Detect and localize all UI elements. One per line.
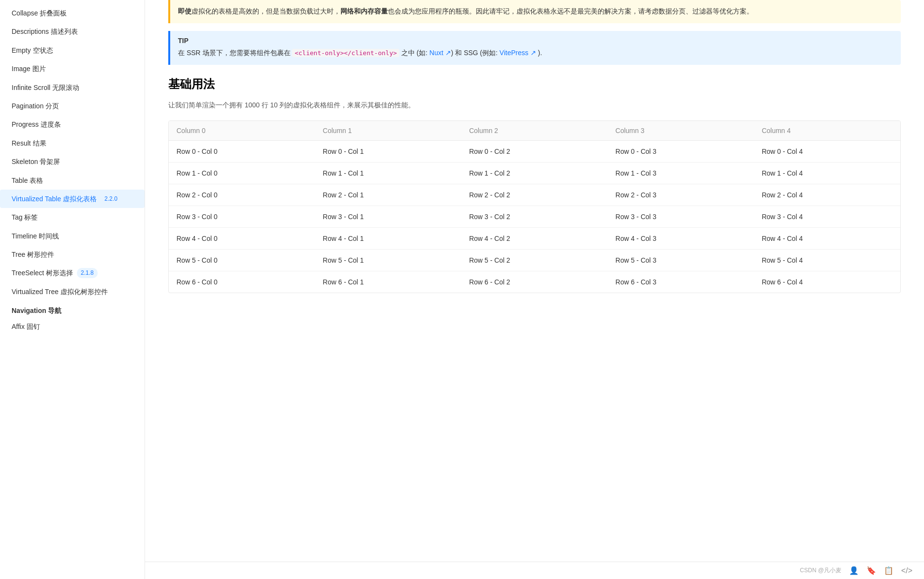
sidebar-item-label: Skeleton 骨架屏 xyxy=(12,156,60,167)
table-header-cell: Column 2 xyxy=(461,121,608,141)
table-cell: Row 5 - Col 4 xyxy=(754,250,900,271)
table-row: Row 1 - Col 0Row 1 - Col 1Row 1 - Col 2R… xyxy=(169,163,900,184)
table-row: Row 3 - Col 0Row 3 - Col 1Row 3 - Col 2R… xyxy=(169,206,900,228)
table-header-cell: Column 4 xyxy=(754,121,900,141)
brand-label: CSDN @凡小麦 xyxy=(800,566,841,575)
nav-sidebar-item-label: Affix 固钉 xyxy=(12,321,40,332)
sidebar-item[interactable]: Table 表格 xyxy=(0,171,145,190)
sidebar-item-label: Descriptions 描述列表 xyxy=(12,26,78,37)
table-cell: Row 2 - Col 4 xyxy=(754,184,900,206)
warning-text: 即使虚拟化的表格是高效的，但是当数据负载过大时，网络和内存容量也会成为您应用程序… xyxy=(178,7,753,15)
sidebar-item-label: Progress 进度条 xyxy=(12,119,61,130)
table-cell: Row 4 - Col 2 xyxy=(461,228,608,250)
table-cell: Row 0 - Col 1 xyxy=(315,141,462,163)
bookmark-icon[interactable]: 🔖 xyxy=(866,566,876,575)
table-cell: Row 3 - Col 0 xyxy=(169,206,315,228)
sidebar-item[interactable]: Tree 树形控件 xyxy=(0,245,145,264)
table-cell: Row 2 - Col 2 xyxy=(461,184,608,206)
sidebar-item-label: Image 图片 xyxy=(12,63,46,74)
table-cell: Row 2 - Col 1 xyxy=(315,184,462,206)
sidebar-item-label: Virtualized Table 虚拟化表格 xyxy=(12,193,97,204)
table-cell: Row 3 - Col 4 xyxy=(754,206,900,228)
nuxt-link[interactable]: Nuxt ↗ xyxy=(429,49,451,57)
sidebar-item-label: Table 表格 xyxy=(12,175,43,186)
section-desc: 让我们简单渲染一个拥有 1000 行 10 列的虚拟化表格组件，来展示其极佳的性… xyxy=(168,100,901,111)
sidebar-item-label: Pagination 分页 xyxy=(12,101,59,111)
sidebar-item[interactable]: Timeline 时间线 xyxy=(0,227,145,245)
sidebar-item-label: TreeSelect 树形选择 xyxy=(12,267,73,278)
person-icon[interactable]: 👤 xyxy=(849,566,859,575)
table-row: Row 5 - Col 0Row 5 - Col 1Row 5 - Col 2R… xyxy=(169,250,900,271)
table-cell: Row 2 - Col 0 xyxy=(169,184,315,206)
sidebar-item[interactable]: Progress 进度条 xyxy=(0,115,145,134)
sidebar-item[interactable]: Image 图片 xyxy=(0,59,145,78)
table-cell: Row 1 - Col 4 xyxy=(754,163,900,184)
version-badge: 2.2.0 xyxy=(101,194,121,204)
table-cell: Row 0 - Col 3 xyxy=(608,141,754,163)
table-cell: Row 1 - Col 3 xyxy=(608,163,754,184)
version-badge: 2.1.8 xyxy=(77,268,98,278)
bottom-bar: CSDN @凡小麦 👤 🔖 📋 </> xyxy=(145,562,924,579)
table-header-cell: Column 0 xyxy=(169,121,315,141)
sidebar: Collapse 折叠面板Descriptions 描述列表Empty 空状态I… xyxy=(0,0,145,579)
table-cell: Row 3 - Col 3 xyxy=(608,206,754,228)
table-header-cell: Column 3 xyxy=(608,121,754,141)
table-cell: Row 6 - Col 3 xyxy=(608,271,754,293)
section-title: 基础用法 xyxy=(168,76,901,92)
sidebar-item[interactable]: Pagination 分页 xyxy=(0,97,145,115)
sidebar-item-label: Infinite Scroll 无限滚动 xyxy=(12,82,79,93)
table-cell: Row 1 - Col 0 xyxy=(169,163,315,184)
warning-prefix: 即使 xyxy=(178,7,191,15)
table-cell: Row 5 - Col 2 xyxy=(461,250,608,271)
sidebar-item[interactable]: Descriptions 描述列表 xyxy=(0,22,145,41)
nav-sidebar-item[interactable]: Affix 固钉 xyxy=(0,317,145,336)
table-cell: Row 0 - Col 4 xyxy=(754,141,900,163)
sidebar-item[interactable]: Virtualized Table 虚拟化表格2.2.0 xyxy=(0,190,145,208)
table-cell: Row 6 - Col 0 xyxy=(169,271,315,293)
warning-bold-1: 网络和 xyxy=(340,7,361,15)
table-cell: Row 4 - Col 3 xyxy=(608,228,754,250)
sidebar-item-label: Timeline 时间线 xyxy=(12,231,59,241)
code-icon[interactable]: </> xyxy=(901,566,912,575)
table-cell: Row 0 - Col 0 xyxy=(169,141,315,163)
tip-text: 在 SSR 场景下，您需要将组件包裹在 <client-only></clien… xyxy=(178,47,893,59)
tip-code: <client-only></client-only> xyxy=(292,49,399,57)
table-cell: Row 0 - Col 2 xyxy=(461,141,608,163)
sidebar-item-label: Virtualized Tree 虚拟化树形控件 xyxy=(12,286,108,297)
tip-title: TIP xyxy=(178,37,893,45)
table-cell: Row 5 - Col 0 xyxy=(169,250,315,271)
sidebar-item-label: Tag 标签 xyxy=(12,212,38,223)
table-cell: Row 5 - Col 1 xyxy=(315,250,462,271)
sidebar-item-label: Collapse 折叠面板 xyxy=(12,8,67,18)
sidebar-item[interactable]: Result 结果 xyxy=(0,134,145,152)
table-cell: Row 1 - Col 2 xyxy=(461,163,608,184)
navigation-section-title: Navigation 导航 xyxy=(0,301,145,317)
warning-alert: 即使虚拟化的表格是高效的，但是当数据负载过大时，网络和内存容量也会成为您应用程序… xyxy=(168,0,901,23)
table-cell: Row 3 - Col 1 xyxy=(315,206,462,228)
virtual-table-demo: Column 0Column 1Column 2Column 3Column 4… xyxy=(168,120,901,293)
table-row: Row 2 - Col 0Row 2 - Col 1Row 2 - Col 2R… xyxy=(169,184,900,206)
sidebar-item[interactable]: Infinite Scroll 无限滚动 xyxy=(0,78,145,97)
sidebar-item[interactable]: Skeleton 骨架屏 xyxy=(0,152,145,171)
sidebar-item[interactable]: Virtualized Tree 虚拟化树形控件 xyxy=(0,282,145,301)
table-cell: Row 5 - Col 3 xyxy=(608,250,754,271)
warning-bold-2: 内存容量 xyxy=(361,7,388,15)
sidebar-item-label: Result 结果 xyxy=(12,138,46,148)
table-cell: Row 2 - Col 3 xyxy=(608,184,754,206)
table-cell: Row 1 - Col 1 xyxy=(315,163,462,184)
sidebar-item[interactable]: Collapse 折叠面板 xyxy=(0,4,145,22)
sidebar-item[interactable]: Empty 空状态 xyxy=(0,41,145,59)
table-cell: Row 4 - Col 0 xyxy=(169,228,315,250)
virtual-table: Column 0Column 1Column 2Column 3Column 4… xyxy=(169,121,900,293)
table-header-cell: Column 1 xyxy=(315,121,462,141)
table-cell: Row 6 - Col 1 xyxy=(315,271,462,293)
sidebar-item[interactable]: Tag 标签 xyxy=(0,208,145,226)
vitepress-link[interactable]: VitePress ↗ xyxy=(499,49,536,57)
table-cell: Row 4 - Col 4 xyxy=(754,228,900,250)
table-cell: Row 6 - Col 4 xyxy=(754,271,900,293)
sidebar-item[interactable]: TreeSelect 树形选择2.1.8 xyxy=(0,264,145,282)
copy-icon[interactable]: 📋 xyxy=(884,566,894,575)
table-cell: Row 6 - Col 2 xyxy=(461,271,608,293)
main-content: 即使虚拟化的表格是高效的，但是当数据负载过大时，网络和内存容量也会成为您应用程序… xyxy=(145,0,924,579)
sidebar-item-label: Empty 空状态 xyxy=(12,45,53,56)
